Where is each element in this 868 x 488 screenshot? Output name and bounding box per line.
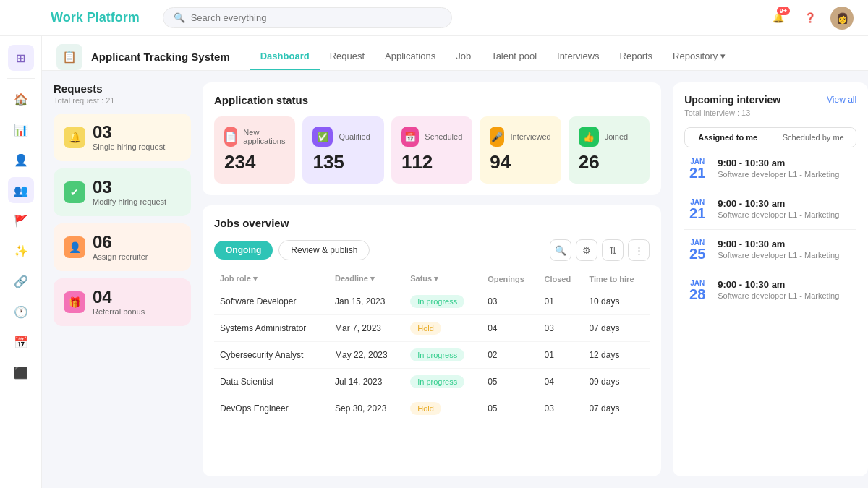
req-label-1: Modify hiring request	[93, 197, 166, 206]
notification-badge: 9+	[777, 7, 790, 15]
requests-panel: Requests Total request : 21 🔔 03 Single …	[54, 82, 191, 476]
jobs-toolbar: Ongoing Review & publish 🔍 ⚙ ⇅ ⋮	[214, 239, 650, 261]
help-button[interactable]: ❓	[799, 7, 822, 30]
content-area: Requests Total request : 21 🔔 03 Single …	[42, 71, 868, 488]
col-deadline[interactable]: Deadline ▾	[335, 274, 399, 283]
time-to-hire-cell: 07 days	[583, 315, 650, 342]
nav-talentpool[interactable]: Talent pool	[481, 43, 547, 70]
interview-day-2: 25	[684, 247, 710, 261]
brand-logo: Work Platform	[51, 10, 140, 25]
sidebar: ⊞ 🏠 📊 👤 👥 🚩 ✨ 🔗 🕐 📅 ⬛	[0, 36, 42, 488]
status-num-interviewed: 94	[490, 151, 550, 174]
search-icon: 🔍	[174, 12, 185, 23]
nav-interviews[interactable]: Interviews	[547, 43, 610, 70]
request-card-assign-recruiter[interactable]: 👤 06 Assign recruiter	[54, 223, 191, 271]
interview-item-3: Jan 28 9:00 - 10:30 am Software develope…	[684, 279, 856, 310]
col-status[interactable]: Satus ▾	[410, 274, 476, 283]
closed-cell: 03	[539, 395, 584, 422]
req-number-1: 03	[93, 179, 166, 196]
nav-request[interactable]: Request	[320, 43, 375, 70]
req-number-0: 03	[93, 124, 165, 141]
deadline-cell: Sep 30, 2023	[329, 395, 404, 422]
more-jobs-button[interactable]: ⋮	[628, 239, 650, 261]
nav-reports[interactable]: Reports	[610, 43, 663, 70]
col-job-role[interactable]: Job role ▾	[220, 274, 323, 283]
deadline-cell: Jul 14, 2023	[329, 369, 404, 395]
table-row[interactable]: Data Scientist Jul 14, 2023 In progress …	[214, 369, 650, 395]
sidebar-icon-home[interactable]: 🏠	[8, 86, 34, 112]
jobs-overview-section: Jobs overview Ongoing Review & publish 🔍…	[203, 205, 661, 476]
interview-time-3: 9:00 - 10:30 am	[718, 279, 856, 290]
sort-jobs-button[interactable]: ⇅	[602, 239, 624, 261]
col-time-to-hire: Time to hire	[583, 270, 650, 288]
closed-cell: 03	[539, 315, 584, 342]
nav-applications[interactable]: Applications	[375, 43, 446, 70]
table-row[interactable]: Cybersecurity Analyst May 22, 2023 In pr…	[214, 342, 650, 369]
requests-title: Requests	[54, 82, 191, 95]
job-role-cell: Systems Administrator	[214, 315, 329, 342]
review-publish-button[interactable]: Review & publish	[278, 240, 370, 260]
upcoming-interview-title: Upcoming interview	[684, 94, 780, 106]
notification-button[interactable]: 🔔 9+	[767, 7, 790, 30]
avatar[interactable]: 👩	[830, 7, 854, 30]
sub-header: 📋 Applicant Tracking System Dashboard Re…	[42, 36, 868, 71]
status-label-joined: Joined	[605, 132, 628, 141]
sidebar-icon-clock[interactable]: 🕐	[8, 299, 34, 325]
job-role-cell: Data Scientist	[214, 369, 329, 395]
time-to-hire-cell: 07 days	[583, 395, 650, 422]
deadline-cell: Jan 15, 2023	[329, 288, 404, 315]
table-row[interactable]: DevOps Engineer Sep 30, 2023 Hold 05 03 …	[214, 395, 650, 422]
nav-dashboard[interactable]: Dashboard	[250, 43, 320, 70]
status-icon-scheduled: 📅	[401, 127, 419, 147]
search-input[interactable]	[191, 12, 441, 23]
sidebar-icon-user[interactable]: 👤	[8, 147, 34, 173]
sidebar-icon-users[interactable]: 👥	[8, 177, 34, 203]
closed-cell: 04	[539, 369, 584, 395]
sidebar-icon-grid[interactable]: ⊞	[8, 45, 34, 71]
status-num-joined: 26	[579, 151, 639, 174]
sidebar-icon-calendar[interactable]: 📅	[8, 329, 34, 355]
sidebar-icon-flag[interactable]: 🚩	[8, 207, 34, 234]
request-card-modify-hiring[interactable]: ✔ 03 Modify hiring request	[54, 168, 191, 216]
sidebar-icon-star[interactable]: ✨	[8, 238, 34, 264]
tab-assigned-to-me[interactable]: Assigned to me	[685, 128, 770, 147]
ongoing-tab-button[interactable]: Ongoing	[214, 241, 273, 260]
interview-role-1: Software developer L1 - Marketing	[718, 210, 856, 219]
nav-repository[interactable]: Repository ▾	[663, 43, 736, 70]
time-to-hire-cell: 09 days	[583, 369, 650, 395]
job-role-cell: DevOps Engineer	[214, 395, 329, 422]
status-label-new: New applications	[243, 128, 285, 145]
search-jobs-button[interactable]: 🔍	[550, 239, 571, 261]
search-bar[interactable]: 🔍	[163, 7, 452, 28]
sidebar-icon-grid2[interactable]: ⬛	[8, 359, 34, 385]
interview-time-1: 9:00 - 10:30 am	[718, 198, 856, 209]
sidebar-icon-link[interactable]: 🔗	[8, 268, 34, 294]
status-card-interviewed: 🎤 Interviewed 94	[480, 116, 561, 184]
req-label-3: Referral bonus	[93, 307, 145, 316]
jobs-table: Job role ▾ Deadline ▾ Satus ▾ Openings C…	[214, 270, 650, 421]
openings-cell: 05	[482, 395, 538, 422]
status-icon-interviewed: 🎤	[490, 127, 504, 147]
interview-item-2: Jan 25 9:00 - 10:30 am Software develope…	[684, 239, 856, 270]
sidebar-icon-chart[interactable]: 📊	[8, 116, 34, 142]
jobs-overview-title: Jobs overview	[214, 217, 650, 229]
status-card-joined: 👍 Joined 26	[569, 116, 650, 184]
status-cell: In progress	[404, 342, 482, 369]
req-icon-orange: 👤	[64, 236, 85, 258]
request-card-referral-bonus[interactable]: 🎁 04 Referral bonus	[54, 278, 191, 326]
time-to-hire-cell: 10 days	[583, 288, 650, 315]
status-icon-new: 📄	[224, 127, 237, 147]
deadline-cell: May 22, 2023	[329, 342, 404, 369]
nav-job[interactable]: Job	[446, 43, 481, 70]
view-all-link[interactable]: View all	[827, 95, 856, 105]
status-icon-qualified: ✅	[312, 127, 333, 147]
status-num-new: 234	[224, 151, 285, 174]
table-row[interactable]: Software Developer Jan 15, 2023 In progr…	[214, 288, 650, 315]
status-num-scheduled: 112	[401, 151, 462, 174]
status-label-qualified: Qualified	[339, 132, 370, 141]
settings-jobs-button[interactable]: ⚙	[576, 239, 597, 261]
request-card-single-hiring[interactable]: 🔔 03 Single hiring request	[54, 114, 191, 161]
tab-scheduled-by-me[interactable]: Scheduled by me	[770, 128, 856, 147]
table-row[interactable]: Systems Administrator Mar 7, 2023 Hold 0…	[214, 315, 650, 342]
status-cell: Hold	[404, 395, 482, 422]
